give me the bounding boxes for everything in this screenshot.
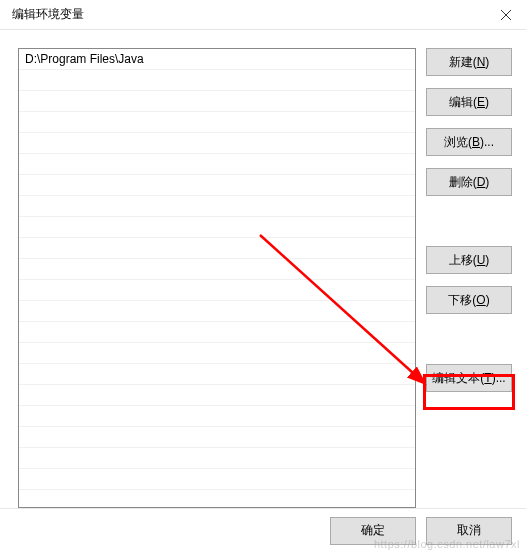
list-item[interactable] <box>19 112 415 133</box>
close-button[interactable] <box>494 3 518 27</box>
list-item[interactable] <box>19 91 415 112</box>
list-item[interactable] <box>19 175 415 196</box>
cancel-button[interactable]: 取消 <box>426 517 512 545</box>
list-item[interactable] <box>19 448 415 469</box>
list-item[interactable] <box>19 490 415 508</box>
list-item[interactable] <box>19 364 415 385</box>
list-item[interactable] <box>19 301 415 322</box>
close-icon <box>501 10 511 20</box>
list-item[interactable] <box>19 427 415 448</box>
list-item[interactable] <box>19 70 415 91</box>
title-bar: 编辑环境变量 <box>0 0 526 30</box>
window-title: 编辑环境变量 <box>8 6 84 23</box>
list-item[interactable] <box>19 469 415 490</box>
edittext-button[interactable]: 编辑文本(T)... <box>426 364 512 392</box>
list-item[interactable] <box>19 154 415 175</box>
list-item[interactable] <box>19 280 415 301</box>
dialog-content: D:\Program Files\Java 新建(N) 编辑(E) 浏览(B).… <box>0 30 526 508</box>
list-item[interactable] <box>19 133 415 154</box>
button-column: 新建(N) 编辑(E) 浏览(B)... 删除(D) 上移(U) 下移(O) 编… <box>426 48 512 508</box>
list-item[interactable] <box>19 259 415 280</box>
list-item[interactable] <box>19 343 415 364</box>
browse-button[interactable]: 浏览(B)... <box>426 128 512 156</box>
movedown-button[interactable]: 下移(O) <box>426 286 512 314</box>
new-button[interactable]: 新建(N) <box>426 48 512 76</box>
list-item[interactable] <box>19 322 415 343</box>
list-item[interactable] <box>19 385 415 406</box>
footer-bar: 确定 取消 <box>0 508 526 552</box>
ok-button[interactable]: 确定 <box>330 517 416 545</box>
moveup-button[interactable]: 上移(U) <box>426 246 512 274</box>
list-item[interactable] <box>19 196 415 217</box>
env-variable-list[interactable]: D:\Program Files\Java <box>18 48 416 508</box>
list-item[interactable] <box>19 238 415 259</box>
delete-button[interactable]: 删除(D) <box>426 168 512 196</box>
list-item[interactable]: D:\Program Files\Java <box>19 49 415 70</box>
list-item[interactable] <box>19 406 415 427</box>
list-item[interactable] <box>19 217 415 238</box>
edit-button[interactable]: 编辑(E) <box>426 88 512 116</box>
